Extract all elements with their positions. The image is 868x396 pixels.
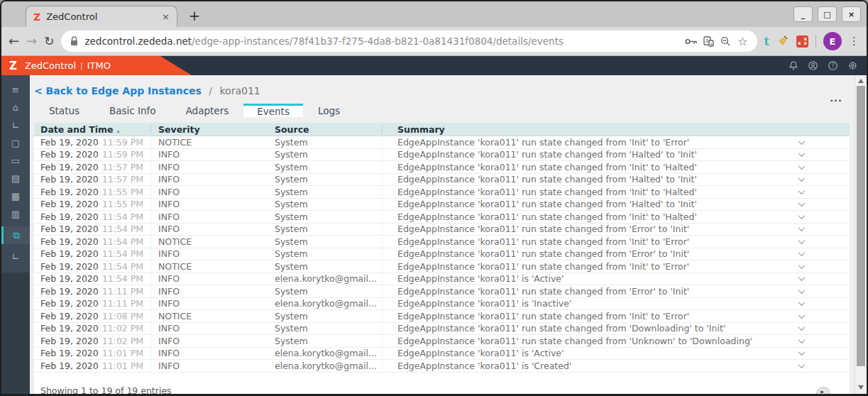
key-icon[interactable] bbox=[685, 38, 697, 45]
cell-time: 11:08 PM bbox=[102, 311, 143, 321]
row-expand-chevron-icon[interactable] bbox=[798, 212, 806, 219]
account-icon[interactable] bbox=[808, 61, 818, 70]
table-row[interactable]: Feb 19, 202011:54 PM INFO elena.korytko@… bbox=[34, 273, 850, 286]
row-expand-chevron-icon[interactable] bbox=[798, 274, 806, 281]
address-bar[interactable]: zedcontrol.zededa.net/edge-app-instances… bbox=[61, 31, 757, 52]
row-expand-chevron-icon[interactable] bbox=[798, 336, 806, 343]
table-row[interactable]: Feb 19, 202011:57 PM INFO System EdgeApp… bbox=[34, 161, 850, 174]
new-tab-button[interactable]: + bbox=[189, 8, 200, 23]
browser-menu-icon[interactable]: ⋮ bbox=[849, 35, 859, 48]
tab-events[interactable]: Events bbox=[243, 104, 303, 117]
cell-source: elena.korytko@gmail... bbox=[268, 298, 383, 310]
row-expand-chevron-icon[interactable] bbox=[798, 224, 806, 231]
page-scrollbar[interactable] bbox=[855, 75, 867, 394]
table-row[interactable]: Feb 19, 202011:54 PM INFO System EdgeApp… bbox=[34, 211, 850, 224]
help-icon[interactable]: ? bbox=[828, 61, 837, 70]
sort-icon: ▴ bbox=[117, 128, 120, 134]
settings-gear-icon[interactable] bbox=[848, 61, 857, 70]
row-expand-chevron-icon[interactable] bbox=[798, 187, 806, 194]
row-expand-chevron-icon[interactable] bbox=[798, 287, 806, 294]
sidebar-jobs-icon[interactable]: ▤ bbox=[1, 170, 30, 187]
table-row[interactable]: Feb 19, 202011:59 PM NOTICE System EdgeA… bbox=[34, 136, 850, 149]
row-expand-chevron-icon[interactable] bbox=[798, 237, 806, 244]
notifications-bell-icon[interactable] bbox=[789, 61, 798, 70]
table-row[interactable]: Feb 19, 202011:54 PM INFO System EdgeApp… bbox=[34, 224, 850, 236]
scroll-down-arrow-icon[interactable] bbox=[858, 385, 864, 390]
row-expand-chevron-icon[interactable] bbox=[798, 150, 806, 157]
cell-time: 11:54 PM bbox=[102, 211, 143, 222]
row-expand-chevron-icon[interactable] bbox=[798, 199, 806, 207]
table-row[interactable]: Feb 19, 202011:01 PM INFO elena.korytko@… bbox=[34, 360, 850, 373]
column-header-severity[interactable]: Severity bbox=[151, 124, 268, 135]
row-expand-chevron-icon[interactable] bbox=[798, 138, 806, 145]
sidebar-images-icon[interactable]: ▦ bbox=[1, 187, 30, 205]
table-row[interactable]: Feb 19, 202011:55 PM INFO System EdgeApp… bbox=[34, 186, 850, 199]
row-expand-chevron-icon[interactable] bbox=[798, 262, 806, 269]
forward-button[interactable]: → bbox=[26, 35, 37, 48]
sidebar-library-icon[interactable]: ▭ bbox=[1, 152, 30, 170]
sidebar-edge-devices-icon[interactable]: ∟ bbox=[1, 248, 30, 265]
table-row[interactable]: Feb 19, 202011:55 PM INFO System EdgeApp… bbox=[34, 199, 850, 211]
table-row[interactable]: Feb 19, 202011:57 PM INFO System EdgeApp… bbox=[34, 174, 850, 187]
table-row[interactable]: Feb 19, 202011:54 PM INFO System EdgeApp… bbox=[34, 248, 850, 261]
table-row[interactable]: Feb 19, 202011:08 PM NOTICE System EdgeA… bbox=[34, 310, 850, 323]
cell-date: Feb 19, 2020 bbox=[40, 149, 99, 160]
close-button[interactable]: × bbox=[842, 6, 861, 22]
zoom-icon[interactable] bbox=[720, 36, 731, 47]
extension-broom-icon[interactable] bbox=[776, 35, 789, 48]
cell-time: 11:59 PM bbox=[102, 149, 143, 160]
svg-text:?: ? bbox=[831, 62, 834, 69]
cell-severity: INFO bbox=[151, 199, 268, 209]
browser-tab[interactable]: Z ZedControl × bbox=[26, 6, 177, 27]
tab-basic-info[interactable]: Basic Info bbox=[94, 104, 171, 117]
table-row[interactable]: Feb 19, 202011:54 PM NOTICE System EdgeA… bbox=[34, 236, 850, 248]
cell-date: Feb 19, 2020 bbox=[40, 174, 99, 185]
tab-status[interactable]: Status bbox=[34, 104, 94, 117]
table-row[interactable]: Feb 19, 202011:11 PM INFO elena.korytko@… bbox=[34, 298, 850, 311]
profile-avatar[interactable]: E bbox=[823, 32, 842, 50]
sidebar-menu-icon[interactable]: ≡ bbox=[1, 81, 30, 99]
sidebar-edge-nodes-icon[interactable]: ∟ bbox=[1, 116, 30, 134]
scroll-up-arrow-icon[interactable] bbox=[858, 79, 864, 83]
column-header-date[interactable]: Date and Time▴ bbox=[34, 125, 151, 134]
back-to-instances-link[interactable]: < Back to Edge App Instances bbox=[34, 85, 202, 97]
table-row[interactable]: Feb 19, 202011:59 PM INFO System EdgeApp… bbox=[34, 149, 850, 162]
more-options-button[interactable]: ... bbox=[830, 97, 842, 101]
sidebar-nav: ≡ ⌂ ∟ ▢ ▭ ▤ ▦ ▥ ⧉ ∟ bbox=[1, 75, 30, 394]
reload-button[interactable]: ↻ bbox=[44, 35, 54, 48]
cell-date: Feb 19, 2020 bbox=[40, 336, 99, 346]
row-expand-chevron-icon[interactable] bbox=[798, 324, 806, 331]
back-button[interactable]: ← bbox=[9, 35, 19, 48]
extension-dice-icon[interactable]: xxx bbox=[796, 35, 808, 48]
row-expand-chevron-icon[interactable] bbox=[798, 361, 806, 368]
sidebar-edge-apps-icon[interactable]: ▢ bbox=[1, 134, 30, 152]
table-row[interactable]: Feb 19, 202011:01 PM INFO elena.korytko@… bbox=[34, 348, 850, 361]
sidebar-policies-icon[interactable]: ▥ bbox=[1, 205, 30, 223]
table-row[interactable]: Feb 19, 202011:11 PM INFO System EdgeApp… bbox=[34, 285, 850, 298]
maximize-button[interactable]: □ bbox=[818, 6, 837, 22]
minimize-button[interactable]: _ bbox=[793, 6, 813, 22]
scrollbar-thumb[interactable] bbox=[857, 86, 865, 366]
sidebar-edge-app-instances-icon[interactable]: ⧉ bbox=[1, 226, 30, 244]
table-row[interactable]: Feb 19, 202011:02 PM INFO System EdgeApp… bbox=[34, 323, 850, 336]
table-row[interactable]: Feb 19, 202011:54 PM NOTICE System EdgeA… bbox=[34, 260, 850, 273]
translate-icon[interactable]: ax bbox=[703, 36, 714, 47]
sidebar-home-icon[interactable]: ⌂ bbox=[1, 99, 30, 116]
cell-summary-text: EdgeAppInstance 'kora011' run state chan… bbox=[397, 174, 697, 185]
tab-logs[interactable]: Logs bbox=[303, 104, 355, 117]
row-expand-chevron-icon[interactable] bbox=[798, 299, 806, 306]
column-header-summary[interactable]: Summary bbox=[383, 124, 850, 135]
extension-t-icon[interactable]: t bbox=[764, 35, 769, 48]
column-header-source[interactable]: Source bbox=[268, 125, 383, 134]
row-expand-chevron-icon[interactable] bbox=[798, 175, 806, 182]
row-expand-chevron-icon[interactable] bbox=[798, 249, 806, 256]
tab-close-icon[interactable]: × bbox=[162, 11, 170, 22]
tab-adapters[interactable]: Adapters bbox=[171, 104, 244, 117]
row-expand-chevron-icon[interactable] bbox=[798, 348, 806, 356]
row-expand-chevron-icon[interactable] bbox=[798, 163, 806, 170]
row-expand-chevron-icon[interactable] bbox=[798, 312, 806, 319]
cell-source: System bbox=[268, 199, 383, 211]
bookmark-star-icon[interactable]: ☆ bbox=[737, 35, 747, 48]
cell-severity: INFO bbox=[151, 162, 268, 172]
table-row[interactable]: Feb 19, 202011:02 PM INFO System EdgeApp… bbox=[34, 335, 850, 348]
